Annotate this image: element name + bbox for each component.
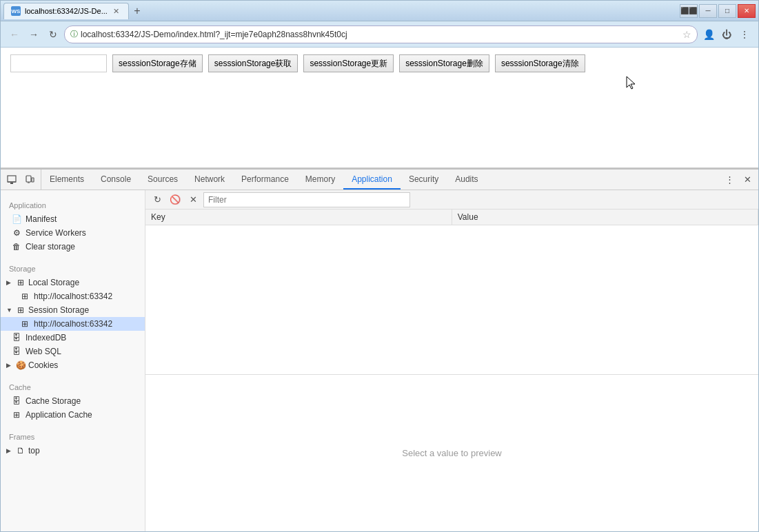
session-storage-update-button[interactable]: sesssionStorage更新 bbox=[303, 54, 394, 72]
indexeddb-label: IndexedDB bbox=[26, 333, 66, 342]
address-bar: ← → ↻ ⓘ ☆ 👤 ⏻ ⋮ bbox=[1, 21, 758, 48]
devtools-close-button[interactable]: ✕ bbox=[739, 172, 756, 188]
service-workers-icon: ⚙ bbox=[12, 228, 21, 238]
window-maximize-button[interactable]: □ bbox=[718, 4, 736, 18]
session-storage-get-button[interactable]: sesssionStorage获取 bbox=[208, 54, 298, 72]
manifest-label: Manifest bbox=[26, 214, 57, 224]
menu-icon-button[interactable]: ⋮ bbox=[736, 26, 753, 43]
local-storage-icon: ⊞ bbox=[16, 278, 26, 287]
tab-network[interactable]: Network bbox=[186, 170, 233, 190]
sidebar-item-session-storage-origin[interactable]: ⊞ http://localhost:63342 bbox=[1, 317, 145, 331]
window-restore-button[interactable]: ⬛⬛ bbox=[680, 4, 698, 18]
service-workers-label: Service Workers bbox=[26, 228, 86, 238]
sidebar-group-cookies: ▶ 🍪 Cookies bbox=[1, 358, 145, 372]
application-cache-label: Application Cache bbox=[26, 410, 92, 420]
devtools-sidebar: Application 📄 Manifest ⚙ Service Workers… bbox=[1, 190, 145, 531]
page-content: sesssionStorage存储 sesssionStorage获取 sess… bbox=[1, 48, 758, 168]
devtools-panel: Elements Console Sources Network Perform… bbox=[1, 168, 758, 531]
tab-audits[interactable]: Audits bbox=[447, 170, 486, 190]
inspect-icon bbox=[7, 175, 17, 185]
sidebar-session-storage-header[interactable]: ▼ ⊞ Session Storage bbox=[1, 303, 145, 317]
storage-table: Key Value bbox=[145, 209, 758, 225]
sidebar-frames-header[interactable]: ▶ 🗋 top bbox=[1, 444, 145, 458]
clear-storage-label: Clear storage bbox=[26, 242, 75, 252]
table-header-value: Value bbox=[452, 209, 758, 225]
session-storage-origin-icon: ⊞ bbox=[20, 319, 30, 329]
tab-application[interactable]: Application bbox=[343, 170, 401, 190]
web-sql-label: Web SQL bbox=[26, 347, 61, 356]
devtools-toolbar: Elements Console Sources Network Perform… bbox=[1, 170, 758, 190]
sidebar-local-storage-header[interactable]: ▶ ⊞ Local Storage bbox=[1, 276, 145, 289]
sidebar-item-clear-storage[interactable]: 🗑 Clear storage bbox=[1, 240, 145, 254]
tab-elements[interactable]: Elements bbox=[41, 170, 92, 190]
session-storage-label: Session Storage bbox=[28, 305, 89, 315]
storage-preview-text: Select a value to preview bbox=[402, 448, 502, 458]
sidebar-item-indexeddb[interactable]: 🗄 IndexedDB bbox=[1, 331, 145, 345]
tab-close-button[interactable]: ✕ bbox=[112, 6, 121, 16]
frames-top-label: top bbox=[28, 446, 40, 456]
tab-memory[interactable]: Memory bbox=[297, 170, 343, 190]
browser-window: WS localhost:63342/JS-De... ✕ + ⬛⬛ ─ □ ✕… bbox=[0, 0, 759, 532]
devtools-device-button[interactable] bbox=[21, 172, 38, 188]
address-bar-right-buttons: 👤 ⏻ ⋮ bbox=[700, 26, 753, 43]
device-icon bbox=[25, 175, 34, 185]
sidebar-cookies-header[interactable]: ▶ 🍪 Cookies bbox=[1, 358, 145, 372]
sidebar-item-cache-storage[interactable]: 🗄 Cache Storage bbox=[1, 394, 145, 408]
storage-delete-button[interactable]: ✕ bbox=[185, 192, 201, 207]
sidebar-item-web-sql[interactable]: 🗄 Web SQL bbox=[1, 345, 145, 358]
sidebar-section-application: Application bbox=[1, 196, 145, 212]
storage-clear-button[interactable]: 🚫 bbox=[168, 192, 183, 207]
window-close-button[interactable]: ✕ bbox=[738, 4, 756, 18]
clear-storage-icon: 🗑 bbox=[12, 242, 21, 252]
devtools-right-icons: ⋮ ✕ bbox=[718, 170, 758, 190]
session-storage-arrow: ▼ bbox=[6, 307, 13, 314]
frames-arrow: ▶ bbox=[6, 447, 13, 454]
sidebar-group-session-storage: ▼ ⊞ Session Storage ⊞ http://localhost:6… bbox=[1, 303, 145, 331]
table-header-key: Key bbox=[145, 209, 452, 225]
browser-tab[interactable]: WS localhost:63342/JS-De... ✕ bbox=[3, 3, 129, 19]
session-storage-clear-button[interactable]: sesssionStorage清除 bbox=[495, 54, 585, 72]
storage-refresh-button[interactable]: ↻ bbox=[150, 192, 165, 207]
devtools-body: Application 📄 Manifest ⚙ Service Workers… bbox=[1, 190, 758, 531]
tab-console[interactable]: Console bbox=[92, 170, 139, 190]
sidebar-item-local-storage-origin[interactable]: ⊞ http://localhost:63342 bbox=[1, 289, 145, 303]
new-tab-button[interactable]: + bbox=[129, 3, 145, 19]
indexeddb-icon: 🗄 bbox=[12, 333, 21, 342]
storage-table-container: Key Value bbox=[145, 209, 758, 375]
title-bar: WS localhost:63342/JS-De... ✕ + ⬛⬛ ─ □ ✕ bbox=[1, 1, 758, 21]
web-sql-icon: 🗄 bbox=[12, 347, 21, 356]
sidebar-item-service-workers[interactable]: ⚙ Service Workers bbox=[1, 226, 145, 240]
storage-toolbar: ↻ 🚫 ✕ bbox=[145, 190, 758, 209]
local-storage-arrow: ▶ bbox=[6, 279, 13, 286]
local-storage-origin-label: http://localhost:63342 bbox=[34, 291, 112, 301]
storage-filter-input[interactable] bbox=[203, 192, 410, 207]
bookmark-icon[interactable]: ☆ bbox=[682, 29, 691, 40]
url-input[interactable] bbox=[81, 30, 677, 39]
sidebar-item-manifest[interactable]: 📄 Manifest bbox=[1, 212, 145, 226]
window-controls: ⬛⬛ ─ □ ✕ bbox=[680, 4, 756, 18]
tab-performance[interactable]: Performance bbox=[233, 170, 297, 190]
devtools-inspect-button[interactable] bbox=[3, 172, 20, 188]
storage-value-input[interactable] bbox=[10, 54, 107, 72]
refresh-button[interactable]: ↻ bbox=[45, 26, 61, 43]
sidebar-item-application-cache[interactable]: ⊞ Application Cache bbox=[1, 408, 145, 422]
back-button[interactable]: ← bbox=[6, 26, 23, 43]
user-icon-button[interactable]: 👤 bbox=[700, 26, 717, 43]
window-minimize-button[interactable]: ─ bbox=[699, 4, 717, 18]
cookies-arrow: ▶ bbox=[6, 362, 13, 369]
tab-title: localhost:63342/JS-De... bbox=[25, 7, 108, 15]
session-storage-icon: ⊞ bbox=[16, 305, 26, 315]
tab-sources[interactable]: Sources bbox=[139, 170, 186, 190]
svg-rect-1 bbox=[8, 176, 16, 182]
forward-button[interactable]: → bbox=[26, 26, 42, 43]
url-bar[interactable]: ⓘ ☆ bbox=[64, 25, 698, 43]
cookies-icon: 🍪 bbox=[16, 360, 26, 370]
power-icon-button[interactable]: ⏻ bbox=[718, 26, 735, 43]
devtools-more-button[interactable]: ⋮ bbox=[721, 172, 738, 188]
cache-storage-icon: 🗄 bbox=[12, 396, 21, 406]
session-storage-save-button[interactable]: sesssionStorage存储 bbox=[112, 54, 203, 72]
session-storage-delete-button[interactable]: sesssionStorage删除 bbox=[399, 54, 489, 72]
svg-rect-5 bbox=[32, 178, 34, 182]
secure-icon: ⓘ bbox=[70, 29, 78, 39]
tab-security[interactable]: Security bbox=[401, 170, 447, 190]
